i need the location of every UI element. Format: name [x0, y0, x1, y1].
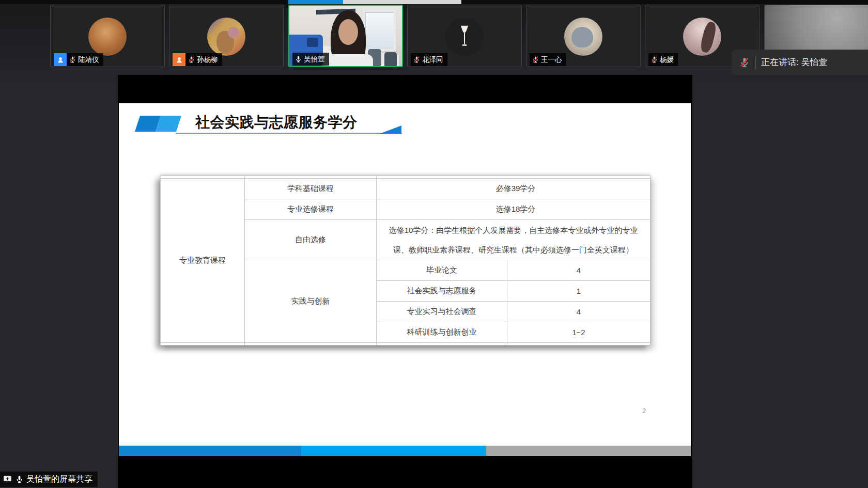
active-speaker-banner: 正在讲话: 吴怡萱 — [732, 50, 868, 75]
avatar — [207, 18, 245, 56]
divider — [755, 56, 756, 69]
screen-share-icon — [3, 475, 12, 484]
participant-name-chip: 杨媛 — [648, 53, 678, 66]
person-role-badge-icon — [54, 53, 67, 66]
wine-glass-icon — [456, 24, 473, 49]
footer-bar-lightblue-segment — [301, 446, 486, 456]
video-tile-active-speaker[interactable]: 吴怡萱 — [288, 5, 403, 67]
avatar — [445, 18, 484, 56]
participant-name: 陆靖仪 — [78, 55, 99, 65]
mic-muted-icon — [69, 56, 76, 64]
mic-on-icon — [15, 475, 24, 484]
footer-bar-gray-segment — [486, 446, 691, 456]
table-cell-label: 科研训练与创新创业 — [377, 322, 507, 343]
participant-name-chip: 花泽同 — [411, 53, 447, 66]
table-cell-value: 选修18学分 — [377, 199, 650, 220]
table-cell-value: 选修10学分：由学生根据个人发展需要，自主选修本专业或外专业的专业课、教师职业素… — [377, 220, 650, 260]
meeting-window: { "filmstrip": { "participants": [ { "na… — [0, 0, 868, 488]
participant-name-chip: 王一心 — [530, 53, 566, 66]
table-cell-label: 专业选修课程 — [245, 199, 377, 220]
mic-muted-icon — [739, 57, 750, 68]
title-underline — [176, 133, 402, 134]
avatar — [683, 18, 721, 56]
mic-muted-icon — [413, 56, 421, 64]
table-cell-value: 4 — [507, 302, 650, 322]
participant-name: 吴怡萱 — [304, 55, 325, 64]
table-cell-value: 1~2 — [507, 322, 650, 343]
mic-muted-icon — [188, 56, 195, 64]
table-cell-label: 毕业论文 — [377, 260, 507, 281]
table-cell-value: 1 — [507, 281, 650, 302]
mic-muted-icon — [532, 56, 539, 64]
table-cell-group: 实践与创新 — [245, 260, 377, 343]
slide-footer-bar — [119, 446, 691, 456]
table-cell-label: 专业实习与社会调查 — [377, 302, 507, 322]
table-cell-category: 专业教育课程 — [161, 179, 245, 343]
mic-on-icon — [295, 55, 302, 63]
screen-share-indicator: 吴怡萱的屏幕共享 — [0, 471, 98, 487]
speaking-banner-label: 正在讲话: 吴怡萱 — [761, 56, 827, 68]
table-cell-label: 自由选修 — [245, 220, 377, 260]
footer-bar-blue-segment — [119, 446, 301, 456]
top-edge-strip — [0, 0, 868, 4]
video-tile-participant-4[interactable]: 花泽同 — [407, 5, 522, 67]
table-cell-label: 学科基础课程 — [245, 179, 377, 199]
video-tile-participant-5[interactable]: 王一心 — [526, 5, 641, 67]
participant-name-chip: 陆靖仪 — [67, 53, 103, 66]
mic-muted-icon — [650, 56, 658, 64]
participant-name: 孙杨柳 — [197, 55, 218, 65]
table-row — [161, 343, 650, 345]
slide-page-number: 2 — [642, 407, 646, 415]
participant-name-chip: 孙杨柳 — [185, 53, 222, 66]
participant-name: 王一心 — [541, 55, 562, 65]
credits-table: 专业教育课程 学科基础课程 必修39学分 专业选修课程 选修18学分 自由选修 … — [160, 176, 650, 345]
table-cell-value: 4 — [507, 260, 650, 281]
video-tile-participant-1[interactable]: 陆靖仪 — [50, 5, 165, 67]
title-arrow-decoration — [380, 125, 401, 134]
participant-name: 杨媛 — [660, 55, 674, 65]
avatar — [564, 18, 602, 56]
participant-name-chip: 吴怡萱 — [292, 53, 329, 66]
avatar — [88, 18, 127, 56]
title-decoration-parallelogram — [156, 116, 181, 132]
participant-name: 花泽同 — [422, 55, 443, 65]
table-row: 专业教育课程 学科基础课程 必修39学分 — [161, 179, 650, 199]
slide-title: 社会实践与志愿服务学分 — [195, 113, 358, 132]
screen-share-label: 吴怡萱的屏幕共享 — [26, 474, 92, 485]
top-edge-light-segment — [343, 0, 461, 4]
top-edge-blue-segment — [288, 0, 343, 4]
table-cell-value: 必修39学分 — [377, 179, 650, 199]
table-cell-label: 社会实践与志愿服务 — [377, 281, 507, 302]
presentation-slide: 社会实践与志愿服务学分 专业教育课程 学科基础课程 必修39学分 专业选修课程 … — [119, 103, 691, 446]
video-tile-participant-2[interactable]: 孙杨柳 — [169, 5, 284, 67]
person-role-badge-icon — [173, 53, 185, 66]
